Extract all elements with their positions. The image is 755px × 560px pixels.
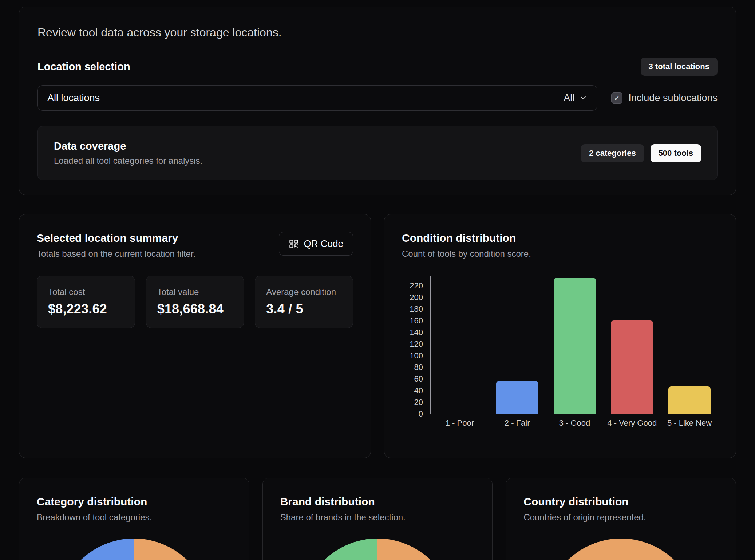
bottom-row: Category distribution Breakdown of tool … [19,478,736,560]
summary-stats-row: Total cost $8,223.62 Total value $18,668… [37,276,353,328]
qr-button-label: QR Code [304,238,343,249]
country-distribution-card: Country distribution Countries of origin… [506,478,736,560]
intro-text: Review tool data across your storage loc… [37,26,718,39]
summary-title-block: Selected location summary Totals based o… [37,232,195,259]
y-axis-tick-label: 100 [402,351,423,361]
condition-bar-chart: 1 - Poor2 - Fair3 - Good4 - Very Good5 -… [402,276,718,436]
condition-card-title: Condition distribution [402,232,718,244]
brand-pie-chart[interactable] [301,539,454,560]
brand-card-title: Brand distribution [280,496,475,508]
bar-4-very-good[interactable] [611,320,653,414]
y-axis-tick-label: 60 [402,374,423,384]
qr-code-icon [289,239,299,249]
brand-card-subtitle: Share of brands in the selection. [280,512,475,522]
location-heading-row: Location selection 3 total locations [37,58,718,76]
include-sublocations-checkbox[interactable]: ✓ [611,92,622,104]
country-card-title: Country distribution [523,496,718,508]
total-cost-tile: Total cost $8,223.62 [37,276,135,328]
location-select-right: All [564,92,588,104]
include-sublocations-label: Include sublocations [628,92,718,104]
qr-code-button[interactable]: QR Code [279,232,353,256]
data-coverage-title: Data coverage [54,140,202,152]
category-card-subtitle: Breakdown of tool categories. [37,512,232,522]
y-axis-tick-label: 140 [402,327,423,338]
y-axis-tick-label: 200 [402,292,423,303]
location-panel: Review tool data across your storage loc… [19,7,736,195]
bar-3-good[interactable] [554,278,596,414]
location-selection-heading: Location selection [37,61,130,73]
stat-value: $8,223.62 [48,301,124,317]
y-axis-tick-label: 20 [402,397,423,407]
category-pie-chart[interactable] [58,539,210,560]
y-axis-tick-label: 40 [402,386,423,396]
tools-count-badge: 500 tools [651,144,701,162]
data-coverage-subtitle: Loaded all tool categories for analysis. [54,156,202,166]
bar-chart-plot-area: 1 - Poor2 - Fair3 - Good4 - Very Good5 -… [430,276,718,414]
stat-label: Total value [157,287,233,297]
y-axis-tick-label: 80 [402,362,423,372]
y-axis-tick-label: 220 [402,281,423,291]
dashboard-page: Review tool data across your storage loc… [0,0,755,560]
total-locations-badge: 3 total locations [641,58,718,76]
location-select-count: All [564,92,574,104]
categories-count-badge: 2 categories [581,144,644,162]
y-axis-tick-label: 120 [402,339,423,349]
data-coverage-panel: Data coverage Loaded all tool categories… [37,126,718,180]
include-sublocations-toggle[interactable]: ✓ Include sublocations [611,92,718,104]
summary-subtitle: Totals based on the current location fil… [37,249,195,259]
condition-card-subtitle: Count of tools by condition score. [402,249,718,259]
stat-value: $18,668.84 [157,301,233,317]
y-axis-tick-label: 0 [402,409,423,419]
summary-header: Selected location summary Totals based o… [37,232,353,259]
stat-label: Average condition [266,287,342,297]
selected-location-summary-card: Selected location summary Totals based o… [19,214,371,458]
location-select[interactable]: All locations All [37,85,597,111]
summary-title: Selected location summary [37,232,195,244]
middle-row: Selected location summary Totals based o… [19,214,736,458]
total-value-tile: Total value $18,668.84 [146,276,244,328]
brand-distribution-card: Brand distribution Share of brands in th… [262,478,493,560]
location-select-value: All locations [47,92,100,104]
category-distribution-card: Category distribution Breakdown of tool … [19,478,249,560]
stat-label: Total cost [48,287,124,297]
stat-value: 3.4 / 5 [266,301,342,317]
coverage-badges: 2 categories 500 tools [581,144,701,162]
country-pie-chart[interactable] [545,539,697,560]
condition-distribution-card: Condition distribution Count of tools by… [384,214,736,458]
average-condition-tile: Average condition 3.4 / 5 [255,276,353,328]
chevron-down-icon [579,94,588,102]
data-coverage-text: Data coverage Loaded all tool categories… [54,140,202,166]
y-axis-tick-label: 180 [402,304,423,314]
category-card-title: Category distribution [37,496,232,508]
country-card-subtitle: Countries of origin represented. [523,512,718,522]
bar-2-fair[interactable] [496,381,538,414]
y-axis-tick-label: 160 [402,316,423,326]
bar-5-like-new[interactable] [668,386,711,414]
location-select-row: All locations All ✓ Include sublocations [37,85,718,111]
x-axis-tick-label: 5 - Like New [653,418,726,428]
